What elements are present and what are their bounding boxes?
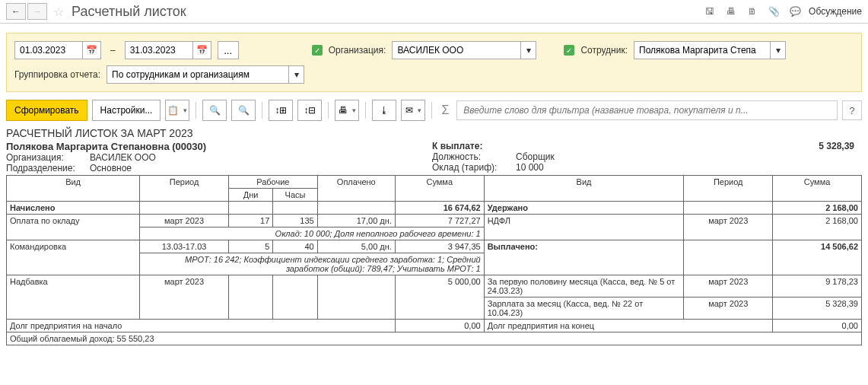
form-button[interactable]: Сформировать (6, 100, 87, 121)
discuss-label[interactable]: Обсуждение (809, 6, 862, 17)
chevron-down-icon[interactable]: ▾ (521, 41, 536, 59)
find-button[interactable]: 🔍 (202, 100, 227, 121)
discuss-icon[interactable]: 💬 (787, 4, 803, 19)
emp-checkbox[interactable]: ✓ (564, 45, 574, 56)
page-title: Расчетный листок (72, 4, 186, 20)
find-clear-button[interactable]: 🔍 (231, 100, 256, 121)
emp-combo[interactable] (634, 41, 771, 59)
employee-name: Полякова Маргарита Степановна (00030) (6, 141, 432, 152)
favorite-star-icon[interactable]: ☆ (53, 5, 64, 19)
print-button[interactable]: 🖶▾ (335, 100, 359, 121)
org-combo[interactable] (392, 41, 521, 59)
nav-forward-button[interactable]: → (27, 3, 47, 20)
chevron-down-icon[interactable]: ▾ (289, 65, 304, 84)
report-title: РАСЧЕТНЫЙ ЛИСТОК ЗА МАРТ 2023 (6, 127, 862, 139)
attach-icon[interactable]: 📎 (766, 4, 781, 19)
emp-label: Сотрудник: (580, 45, 628, 56)
filter-search-input[interactable] (456, 100, 838, 120)
org-label: Организация: (329, 45, 386, 56)
variants-button[interactable]: 📋▾ (165, 100, 189, 121)
org-checkbox[interactable]: ✓ (312, 45, 323, 56)
date-from-input[interactable] (14, 41, 83, 59)
calendar-icon[interactable]: 📅 (193, 41, 211, 59)
save-icon[interactable]: 🖫 (702, 4, 717, 19)
calendar-icon[interactable]: 📅 (83, 41, 101, 59)
expand-button[interactable]: ↕⊞ (269, 100, 293, 121)
help-button[interactable]: ? (842, 100, 862, 120)
payslip-table: Вид Период Рабочие Оплачено Сумма Вид Пе… (6, 175, 862, 345)
print-icon[interactable]: 🖶 (723, 4, 739, 19)
group-combo[interactable] (107, 65, 289, 84)
settings-button[interactable]: Настройки... (92, 100, 161, 121)
save-as-button[interactable]: ⭳ (372, 100, 396, 121)
group-label: Группировка отчета: (14, 69, 100, 80)
mail-button[interactable]: ✉▾ (401, 100, 425, 121)
sigma-icon: Σ (441, 103, 449, 117)
filter-panel: 📅 – 📅 ... ✓ Организация: ▾ ✓ Сотрудник: … (6, 33, 862, 92)
chevron-down-icon[interactable]: ▾ (771, 41, 786, 59)
period-picker-button[interactable]: ... (218, 41, 239, 59)
nav-back-button[interactable]: ← (6, 3, 26, 20)
doc-icon[interactable]: 🗎 (745, 4, 760, 19)
date-to-input[interactable] (125, 41, 193, 59)
collapse-button[interactable]: ↕⊟ (297, 100, 322, 121)
